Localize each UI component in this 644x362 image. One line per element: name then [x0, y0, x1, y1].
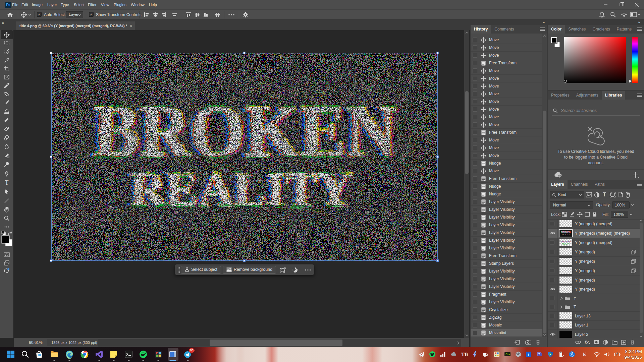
svg-text:BROKEN: BROKEN: [561, 231, 571, 233]
svg-text:REALITY: REALITY: [130, 163, 353, 216]
svg-text:BROKEN: BROKEN: [561, 240, 570, 243]
svg-text:ló: ló: [583, 352, 586, 357]
svg-text:i: i: [528, 352, 529, 357]
svg-text:REALITY: REALITY: [562, 234, 570, 236]
svg-text:BROKEN: BROKEN: [93, 90, 397, 172]
svg-text:T: T: [603, 192, 606, 197]
svg-text:REALITY: REALITY: [562, 243, 570, 245]
svg-text:TB: TB: [461, 352, 468, 357]
svg-text:T: T: [5, 180, 9, 186]
svg-text:T: T: [538, 353, 540, 356]
